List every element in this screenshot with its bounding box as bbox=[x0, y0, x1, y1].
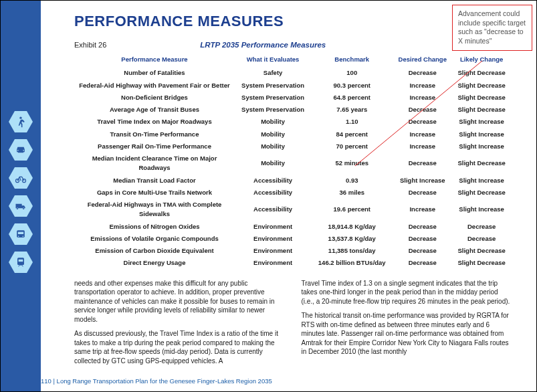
table-row: Direct Energy UsageEnvironment146.2 bill… bbox=[74, 257, 511, 269]
table-row: Median Incident Clearance Time on Major … bbox=[74, 153, 511, 175]
mode-sidebar bbox=[1, 1, 41, 392]
cell-measure: Transit On-Time Performance bbox=[74, 128, 235, 140]
cell-benchmark: 52 minutes bbox=[311, 153, 393, 175]
cell-desired: Decrease bbox=[393, 104, 452, 116]
table-row: Average Age of Transit BusesSystem Prese… bbox=[74, 104, 511, 116]
table-row: Emissions of Volatile Organic CompoundsE… bbox=[74, 233, 511, 245]
cell-evaluates: Mobility bbox=[235, 140, 311, 153]
svg-rect-8 bbox=[19, 260, 23, 262]
exhibit-title: LRTP 2035 Performance Measures bbox=[200, 41, 326, 49]
cell-desired: Decrease bbox=[393, 153, 452, 175]
cell-evaluates: Mobility bbox=[235, 128, 311, 140]
cell-likely: Slight Decrease bbox=[452, 245, 511, 257]
bicycle-icon bbox=[9, 167, 33, 189]
cell-measure: Federal-Aid Highways in TMA with Complet… bbox=[74, 199, 235, 221]
svg-rect-4 bbox=[18, 232, 23, 234]
body-paragraph: The historical transit on-time performan… bbox=[302, 311, 512, 357]
table-row: Federal-Aid Highway with Pavement Fair o… bbox=[74, 80, 511, 92]
cell-measure: Passenger Rail On-Time Performance bbox=[74, 140, 235, 153]
cell-benchmark: 70 percent bbox=[311, 140, 393, 153]
cell-evaluates: System Preservation bbox=[235, 92, 311, 104]
cell-evaluates: Environment bbox=[235, 257, 311, 269]
annotation-callout: Advancement could include specific targe… bbox=[452, 5, 532, 51]
cell-likely: Slight Decrease bbox=[452, 80, 511, 92]
table-row: Travel Time Index on Major RoadwaysMobil… bbox=[74, 116, 511, 128]
cell-evaluates: System Preservation bbox=[235, 104, 311, 116]
cell-likely: Slight Increase bbox=[452, 116, 511, 128]
cell-evaluates: Mobility bbox=[235, 116, 311, 128]
cell-likely: Slight Decrease bbox=[452, 67, 511, 79]
cell-desired: Decrease bbox=[393, 187, 452, 199]
body-paragraph: As discussed previously, the Travel Time… bbox=[74, 329, 284, 365]
cell-likely: Decrease bbox=[452, 233, 511, 245]
table-row: Federal-Aid Highways in TMA with Complet… bbox=[74, 199, 511, 221]
cell-desired: Decrease bbox=[393, 221, 452, 233]
svg-point-5 bbox=[18, 236, 19, 237]
cell-measure: Median Incident Clearance Time on Major … bbox=[74, 153, 235, 175]
cell-likely: Slight Increase bbox=[452, 199, 511, 221]
cell-benchmark: 0.93 bbox=[311, 175, 393, 187]
cell-evaluates: System Preservation bbox=[235, 80, 311, 92]
cell-measure: Number of Fatalities bbox=[74, 67, 235, 79]
exhibit-label: Exhibit 26 bbox=[74, 41, 106, 49]
cell-desired: Increase bbox=[393, 140, 452, 153]
train-icon bbox=[9, 252, 33, 273]
cell-evaluates: Environment bbox=[235, 221, 311, 233]
table-row: Transit On-Time PerformanceMobility84 pe… bbox=[74, 128, 511, 140]
cell-measure: Non-Deficient Bridges bbox=[74, 92, 235, 104]
cell-likely: Decrease bbox=[452, 221, 511, 233]
bus-icon bbox=[9, 223, 33, 245]
page-title: PERFORMANCE MEASURES bbox=[74, 13, 511, 30]
cell-likely: Slight Decrease bbox=[452, 257, 511, 269]
cell-likely: Slight Increase bbox=[452, 128, 511, 140]
cell-benchmark: 1.10 bbox=[311, 116, 393, 128]
truck-icon bbox=[9, 195, 33, 217]
cell-evaluates: Accessibility bbox=[235, 199, 311, 221]
cell-measure: Travel Time Index on Major Roadways bbox=[74, 116, 235, 128]
cell-benchmark: 19.6 percent bbox=[311, 199, 393, 221]
body-paragraph: needs and other expenses make this diffi… bbox=[74, 279, 284, 324]
cell-desired: Decrease bbox=[393, 257, 452, 269]
cell-measure: Gaps in Core Multi-Use Trails Network bbox=[74, 187, 235, 199]
col-likely: Likely Change bbox=[452, 53, 511, 67]
table-row: Passenger Rail On-Time PerformanceMobili… bbox=[74, 140, 511, 153]
cell-measure: Direct Energy Usage bbox=[74, 257, 235, 269]
cell-measure: Federal-Aid Highway with Pavement Fair o… bbox=[74, 80, 235, 92]
cell-benchmark: 13,537.8 Kg/day bbox=[311, 233, 393, 245]
cell-desired: Increase bbox=[393, 80, 452, 92]
cell-desired: Decrease bbox=[393, 116, 452, 128]
cell-benchmark: 84 percent bbox=[311, 128, 393, 140]
col-evaluates: What it Evaluates bbox=[235, 53, 311, 67]
cell-benchmark: 11,385 tons/day bbox=[311, 245, 393, 257]
cell-desired: Increase bbox=[393, 199, 452, 221]
body-right-column: Travel Time index of 1.3 on a single seg… bbox=[302, 279, 512, 371]
table-row: Non-Deficient BridgesSystem Preservation… bbox=[74, 92, 511, 104]
body-text-columns: needs and other expenses make this diffi… bbox=[74, 279, 511, 371]
cell-evaluates: Accessibility bbox=[235, 175, 311, 187]
cell-measure: Average Age of Transit Buses bbox=[74, 104, 235, 116]
cell-benchmark: 64.8 percent bbox=[311, 92, 393, 104]
cell-evaluates: Environment bbox=[235, 233, 311, 245]
svg-point-0 bbox=[19, 117, 21, 119]
cell-likely: Slight Decrease bbox=[452, 187, 511, 199]
cell-measure: Emission of Carbon Dioxide Equivalent bbox=[74, 245, 235, 257]
cell-desired: Increase bbox=[393, 128, 452, 140]
exhibit-header: Exhibit 26 LRTP 2035 Performance Measure… bbox=[74, 41, 511, 49]
cell-likely: Slight Increase bbox=[452, 175, 511, 187]
cell-benchmark: 18,914.8 Kg/day bbox=[311, 221, 393, 233]
body-paragraph: Travel Time index of 1.3 on a single seg… bbox=[302, 279, 512, 306]
cell-likely: Slight Decrease bbox=[452, 104, 511, 116]
cell-benchmark: 146.2 billion BTUs/day bbox=[311, 257, 393, 269]
table-row: Emission of Carbon Dioxide EquivalentEnv… bbox=[74, 245, 511, 257]
table-row: Emissions of Nitrogen OxidesEnvironment1… bbox=[74, 221, 511, 233]
cell-benchmark: 100 bbox=[311, 67, 393, 79]
col-desired: Desired Change bbox=[393, 53, 452, 67]
cell-likely: Slight Increase bbox=[452, 140, 511, 153]
cell-desired: Decrease bbox=[393, 245, 452, 257]
cell-evaluates: Safety bbox=[235, 67, 311, 79]
cell-desired: Decrease bbox=[393, 67, 452, 79]
table-row: Number of FatalitiesSafety100DecreaseSli… bbox=[74, 67, 511, 79]
cell-measure: Median Transit Load Factor bbox=[74, 175, 235, 187]
cell-desired: Decrease bbox=[393, 233, 452, 245]
cell-benchmark: 7.65 years bbox=[311, 104, 393, 116]
